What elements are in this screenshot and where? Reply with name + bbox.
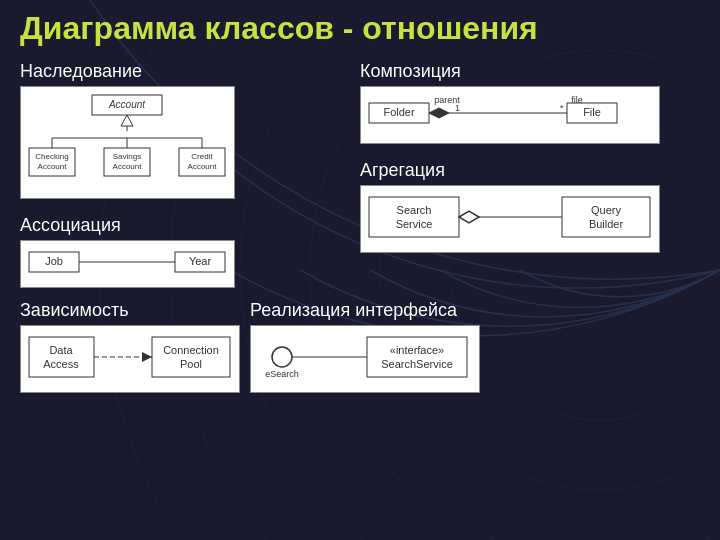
svg-text:Account: Account <box>108 99 146 110</box>
association-label: Ассоциация <box>20 215 360 236</box>
aggregation-section: Агрегация Search Service Query <box>360 156 700 257</box>
svg-text:Search: Search <box>397 204 432 216</box>
svg-text:Connection: Connection <box>163 344 219 356</box>
interface-diagram: eSearch «interface» SearchService <box>250 325 480 393</box>
svg-marker-9 <box>121 115 133 126</box>
interface-label: Реализация интерфейса <box>250 300 480 321</box>
svg-text:Credit: Credit <box>191 152 213 161</box>
svg-point-54 <box>272 347 292 367</box>
svg-text:Job: Job <box>45 255 63 267</box>
composition-section: Композиция Folder parent file <box>360 57 700 148</box>
aggregation-label: Агрегация <box>360 160 700 181</box>
association-diagram: Job Year <box>20 240 235 288</box>
svg-marker-50 <box>142 352 152 362</box>
svg-text:Checking: Checking <box>35 152 68 161</box>
interface-svg: eSearch «interface» SearchService <box>257 332 472 382</box>
svg-text:«interface»: «interface» <box>390 344 444 356</box>
svg-rect-38 <box>369 197 459 237</box>
inheritance-section: Наследование Account <box>20 57 360 203</box>
svg-text:Savings: Savings <box>113 152 141 161</box>
aggregation-diagram: Search Service Query Builder <box>360 185 660 253</box>
svg-rect-43 <box>562 197 650 237</box>
svg-text:Access: Access <box>43 358 79 370</box>
inheritance-label: Наследование <box>20 61 360 82</box>
svg-marker-41 <box>459 211 479 223</box>
svg-rect-51 <box>152 337 230 377</box>
svg-text:Folder: Folder <box>383 106 415 118</box>
dependency-label: Зависимость <box>20 300 240 321</box>
svg-text:*: * <box>560 103 564 113</box>
svg-text:Pool: Pool <box>180 358 202 370</box>
svg-text:Account: Account <box>188 162 218 171</box>
inheritance-diagram: Account Checking Account <box>20 86 235 199</box>
interface-section: Реализация интерфейса eSearch «interface… <box>250 296 480 397</box>
composition-label: Композиция <box>360 61 700 82</box>
composition-diagram: Folder parent file 1 * File <box>360 86 660 144</box>
dependency-section: Зависимость Data Access Connection Pool <box>20 296 240 397</box>
svg-text:1: 1 <box>455 103 460 113</box>
aggregation-svg: Search Service Query Builder <box>367 192 652 242</box>
dependency-diagram: Data Access Connection Pool <box>20 325 240 393</box>
inheritance-svg: Account Checking Account <box>27 93 227 188</box>
svg-text:File: File <box>583 106 601 118</box>
svg-marker-32 <box>429 108 449 118</box>
svg-text:Account: Account <box>38 162 68 171</box>
dependency-svg: Data Access Connection Pool <box>27 332 232 382</box>
svg-text:SearchService: SearchService <box>381 358 453 370</box>
svg-text:Year: Year <box>189 255 212 267</box>
association-svg: Job Year <box>27 247 227 277</box>
svg-text:Builder: Builder <box>589 218 624 230</box>
svg-rect-57 <box>367 337 467 377</box>
svg-text:Data: Data <box>49 344 73 356</box>
svg-text:eSearch: eSearch <box>265 369 299 379</box>
svg-text:Account: Account <box>113 162 143 171</box>
composition-svg: Folder parent file 1 * File <box>367 93 652 133</box>
svg-text:Query: Query <box>591 204 621 216</box>
svg-text:Service: Service <box>396 218 433 230</box>
svg-rect-46 <box>29 337 94 377</box>
page-title: Диаграмма классов - отношения <box>20 10 700 47</box>
association-section: Ассоциация Job Year <box>20 211 360 292</box>
